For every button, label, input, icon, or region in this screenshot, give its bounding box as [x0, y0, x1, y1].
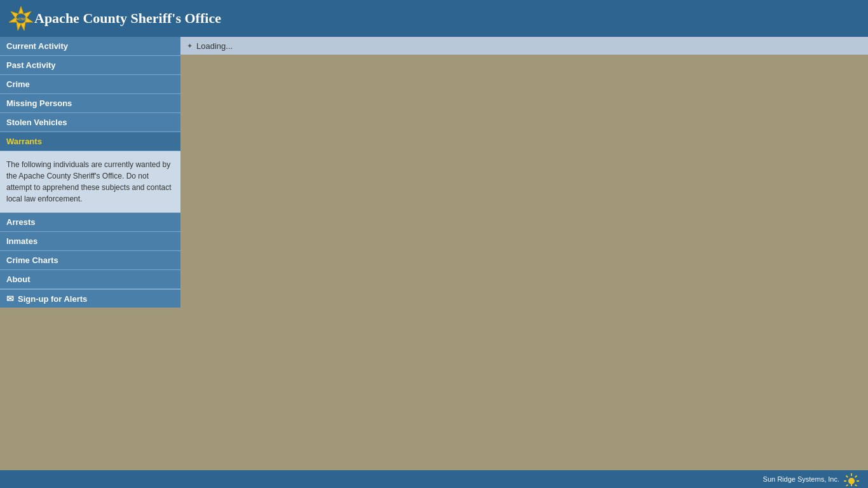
- svg-line-10: [846, 485, 848, 486]
- sidebar-item-missing-persons[interactable]: Missing Persons: [0, 94, 180, 113]
- envelope-icon: ✉: [6, 294, 14, 304]
- loading-spinner: ✦: [187, 42, 193, 50]
- footer-company: Sun Ridge Systems, Inc.: [763, 475, 839, 483]
- sidebar-item-warrants[interactable]: Warrants: [0, 132, 180, 151]
- content-main: [180, 55, 868, 470]
- loading-bar: ✦ Loading...: [180, 37, 868, 55]
- svg-point-3: [848, 478, 855, 484]
- sidebar-item-arrests[interactable]: Arrests: [0, 213, 180, 232]
- content-area: ✦ Loading...: [180, 37, 868, 470]
- page-header: ACSO Apache County Sheriff's Office: [0, 0, 868, 37]
- sidebar-item-current-activity[interactable]: Current Activity: [0, 37, 180, 56]
- sidebar-item-crime[interactable]: Crime: [0, 75, 180, 94]
- sidebar-item-crime-charts[interactable]: Crime Charts: [0, 251, 180, 270]
- sidebar-item-past-activity[interactable]: Past Activity: [0, 56, 180, 75]
- sidebar-item-stolen-vehicles[interactable]: Stolen Vehicles: [0, 113, 180, 132]
- page-footer: Sun Ridge Systems, Inc.: [0, 470, 868, 488]
- svg-line-8: [846, 476, 848, 478]
- loading-text: Loading...: [196, 41, 233, 51]
- svg-text:ACSO: ACSO: [15, 17, 27, 21]
- svg-line-11: [855, 485, 857, 486]
- main-layout: Current Activity Past Activity Crime Mis…: [0, 37, 868, 470]
- site-title: Apache County Sheriff's Office: [34, 10, 221, 27]
- warrants-description: The following individuals are currently …: [0, 151, 180, 213]
- signup-label: Sign-up for Alerts: [18, 294, 87, 304]
- svg-line-9: [855, 476, 857, 478]
- sidebar: Current Activity Past Activity Crime Mis…: [0, 37, 180, 470]
- signup-alerts-button[interactable]: ✉ Sign-up for Alerts: [0, 289, 180, 308]
- sun-ridge-logo: [843, 472, 860, 486]
- sidebar-item-about[interactable]: About: [0, 270, 180, 289]
- sheriff-badge-logo: ACSO: [8, 5, 34, 32]
- sidebar-item-inmates[interactable]: Inmates: [0, 232, 180, 251]
